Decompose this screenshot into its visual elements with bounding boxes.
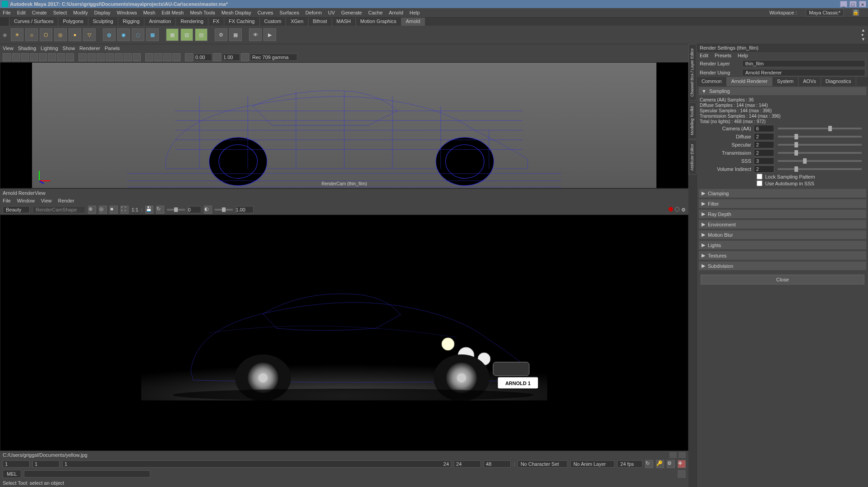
rv-stop-icon[interactable]: ■ bbox=[110, 206, 118, 214]
check-autobump-box[interactable] bbox=[757, 180, 762, 186]
check-lock-sampling-box[interactable] bbox=[757, 174, 762, 179]
side-tab-modeling[interactable]: Modeling Toolkit bbox=[688, 102, 697, 139]
shelf-tab-bifrost[interactable]: Bifrost bbox=[309, 18, 332, 26]
rv-menu-file[interactable]: File bbox=[3, 198, 11, 203]
menu-select[interactable]: Select bbox=[53, 10, 67, 15]
shader-volume-icon[interactable]: ▦ bbox=[146, 28, 159, 41]
range-start-field[interactable] bbox=[3, 460, 30, 468]
rs-section-clamping[interactable]: ▶Clamping bbox=[699, 189, 866, 198]
vp-gamma-icon[interactable] bbox=[213, 53, 221, 61]
rv-exposure-field[interactable] bbox=[188, 206, 201, 213]
vp-joint-icon[interactable] bbox=[163, 53, 171, 61]
rv-refresh-icon[interactable]: ↻ bbox=[156, 206, 164, 214]
param-transmission-field[interactable] bbox=[754, 149, 774, 156]
rv-menu-window[interactable]: Window bbox=[17, 198, 35, 203]
tx-manager-icon[interactable]: ▩ bbox=[166, 28, 179, 41]
menu-windows[interactable]: Windows bbox=[117, 10, 137, 15]
shelf-tab-curves[interactable]: Curves / Surfaces bbox=[9, 18, 58, 26]
light-photo-icon[interactable]: ◎ bbox=[54, 28, 67, 41]
rs-menu-edit[interactable]: Edit bbox=[700, 53, 708, 58]
rv-dropdown-icon[interactable] bbox=[679, 452, 686, 458]
tx-convert-icon[interactable]: ▨ bbox=[180, 28, 193, 41]
shelf-tab-sculpting[interactable]: Sculpting bbox=[88, 18, 118, 26]
menu-uv[interactable]: UV bbox=[328, 10, 335, 15]
rs-section-motionblur[interactable]: ▶Motion Blur bbox=[699, 230, 866, 239]
shelf-tab-rendering[interactable]: Rendering bbox=[176, 18, 208, 26]
rv-save-icon[interactable]: 💾 bbox=[145, 206, 153, 214]
param-volume-slider[interactable] bbox=[778, 168, 862, 170]
rv-eye-icon[interactable] bbox=[669, 452, 677, 458]
lock-icon[interactable]: 🔒 bbox=[853, 9, 859, 16]
fps-select[interactable]: 24 fps bbox=[617, 460, 642, 468]
rv-target-icon[interactable]: ◎ bbox=[99, 206, 107, 214]
light-mesh-icon[interactable]: ⬡ bbox=[40, 28, 52, 41]
vp-shadows-icon[interactable] bbox=[115, 53, 123, 61]
vp-gate-icon[interactable] bbox=[39, 53, 47, 61]
minimize-icon[interactable]: _ bbox=[840, 1, 847, 7]
autokey-icon[interactable]: 🔑 bbox=[656, 460, 664, 468]
param-sss-field[interactable] bbox=[754, 157, 774, 165]
menu-curves[interactable]: Curves bbox=[258, 10, 273, 15]
shader-surface-icon[interactable]: ◉ bbox=[117, 28, 130, 41]
menu-file[interactable]: File bbox=[3, 10, 11, 15]
menu-cache[interactable]: Cache bbox=[368, 10, 383, 15]
vp-xray-icon[interactable] bbox=[154, 53, 162, 61]
render-settings-icon[interactable]: ⚙ bbox=[215, 28, 227, 41]
shelf-tab-motiongraphics[interactable]: Motion Graphics bbox=[356, 18, 402, 26]
menu-display[interactable]: Display bbox=[94, 10, 111, 15]
menu-surfaces[interactable]: Surfaces bbox=[280, 10, 299, 15]
prefs-icon[interactable]: ⚙ bbox=[667, 460, 675, 468]
script-editor-icon[interactable] bbox=[678, 470, 686, 478]
vp-menu-panels[interactable]: Panels bbox=[105, 46, 120, 51]
ipr-toggle-icon[interactable]: 👁 bbox=[249, 28, 262, 41]
rv-exposure-slider[interactable] bbox=[167, 209, 185, 211]
vp-smooth-icon[interactable] bbox=[88, 53, 96, 61]
menu-meshdisplay[interactable]: Mesh Display bbox=[222, 10, 251, 15]
scroll-up-icon[interactable]: ▲ bbox=[861, 28, 865, 32]
vp-motion-icon[interactable] bbox=[133, 53, 141, 61]
rs-section-lights[interactable]: ▶Lights bbox=[699, 241, 866, 249]
vp-menu-lighting[interactable]: Lighting bbox=[41, 46, 58, 51]
vp-wire-icon[interactable] bbox=[78, 53, 87, 61]
characterset-select[interactable]: No Character Set bbox=[517, 460, 568, 468]
param-sss-slider[interactable] bbox=[778, 160, 862, 162]
command-input[interactable] bbox=[24, 470, 150, 478]
rs-tab-common[interactable]: Common bbox=[697, 77, 727, 86]
param-specular-slider[interactable] bbox=[778, 144, 862, 146]
shelf-tab-arnold[interactable]: Arnold bbox=[402, 18, 425, 26]
rs-close-button[interactable]: Close bbox=[701, 275, 864, 285]
shelf-tab-polygons[interactable]: Polygons bbox=[58, 18, 88, 26]
vp-colorspace-select[interactable]: Rec 709 gamma bbox=[250, 54, 297, 61]
rs-tab-system[interactable]: System bbox=[772, 77, 799, 86]
playback-start-field[interactable] bbox=[32, 460, 60, 468]
rv-menu-render[interactable]: Render bbox=[58, 198, 74, 203]
vp-textured-icon[interactable] bbox=[97, 53, 105, 61]
rs-section-filter[interactable]: ▶Filter bbox=[699, 199, 866, 208]
param-diffuse-field[interactable] bbox=[754, 133, 774, 140]
param-specular-field[interactable] bbox=[754, 141, 774, 148]
rv-11-label[interactable]: 1:1 bbox=[131, 207, 138, 212]
workspace-select[interactable]: Maya Classic* bbox=[806, 9, 844, 16]
rs-layer-select[interactable]: thin_film bbox=[742, 60, 865, 67]
vp-exposure-field[interactable] bbox=[194, 54, 212, 61]
rv-crosshair-icon[interactable]: ⊕ bbox=[88, 206, 96, 214]
shelf-tab-custom[interactable]: Custom bbox=[260, 18, 286, 26]
rv-settings-icon[interactable]: ⚙ bbox=[681, 207, 686, 213]
menu-deform[interactable]: Deform bbox=[305, 10, 322, 15]
param-transmission-slider[interactable] bbox=[778, 152, 862, 154]
menu-help[interactable]: Help bbox=[410, 10, 420, 15]
rv-scale-icon[interactable]: ⛶ bbox=[120, 206, 129, 214]
param-volume-field[interactable] bbox=[754, 165, 774, 173]
render-icon[interactable]: ▦ bbox=[229, 28, 242, 41]
renderview-canvas[interactable]: ARNOLD 1 bbox=[0, 215, 688, 451]
maximize-icon[interactable]: □ bbox=[850, 1, 857, 7]
ipr-play-icon[interactable]: ▶ bbox=[263, 28, 276, 41]
vp-viewtransform-icon[interactable] bbox=[241, 53, 249, 61]
scroll-down-icon[interactable]: ▼ bbox=[861, 37, 865, 41]
playback-end-field[interactable] bbox=[454, 460, 481, 468]
rv-camera-select[interactable]: RenderCamShape bbox=[32, 206, 85, 213]
vp-menu-view[interactable]: View bbox=[3, 46, 14, 51]
scroll-circle-icon[interactable]: ● bbox=[861, 32, 865, 37]
vp-lights-icon[interactable] bbox=[106, 53, 114, 61]
menu-mesh[interactable]: Mesh bbox=[143, 10, 155, 15]
